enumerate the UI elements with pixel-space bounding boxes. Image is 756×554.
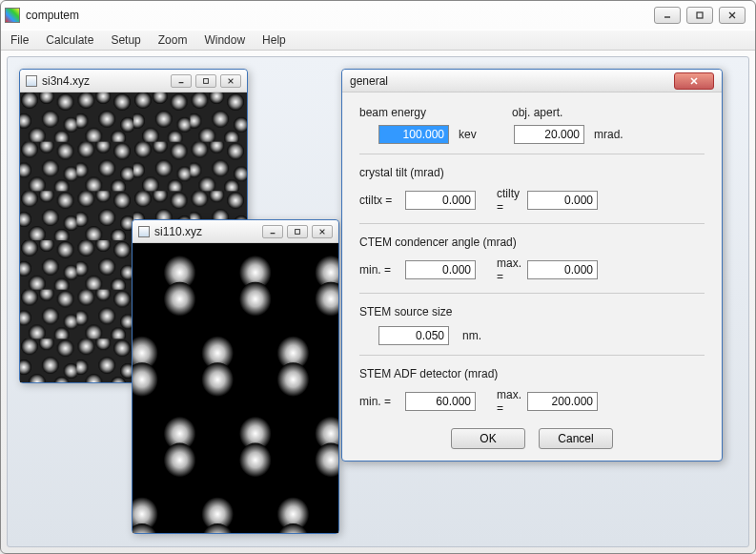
dialog-title: general (350, 74, 388, 88)
menu-file[interactable]: File (10, 33, 29, 47)
general-dialog[interactable]: general beam energy obj. apert. kev mrad… (341, 69, 723, 462)
obj-apert-label: obj. apert. (512, 106, 562, 119)
stem-src-input[interactable] (378, 326, 449, 345)
child-titlebar[interactable]: si3n4.xyz (20, 70, 247, 92)
svg-rect-5 (204, 78, 209, 83)
child-maximize-button[interactable] (195, 74, 216, 88)
dialog-body: beam energy obj. apert. kev mrad. crysta… (342, 92, 722, 461)
menubar: File Calculate Setup Zoom Window Help (1, 30, 755, 51)
beam-energy-input[interactable] (378, 125, 449, 144)
mdi-area: si3n4.xyz (7, 56, 749, 547)
child-maximize-button[interactable] (287, 225, 308, 238)
mrad-label: mrad. (584, 128, 623, 141)
kev-label: kev (449, 128, 491, 141)
ctem-max-input[interactable] (527, 260, 598, 279)
adf-min-label: min. = (359, 395, 405, 408)
child-minimize-button[interactable] (171, 74, 192, 88)
app-title: computem (26, 9, 79, 22)
titlebar: computem (1, 1, 755, 30)
svg-rect-1 (697, 12, 703, 18)
obj-apert-input[interactable] (514, 125, 584, 144)
dialog-titlebar[interactable]: general (342, 70, 722, 92)
child-close-button[interactable] (312, 225, 333, 238)
ctem-label: CTEM condencer angle (mrad) (359, 236, 705, 249)
stem-src-label: STEM source size (359, 305, 705, 318)
child-minimize-button[interactable] (262, 225, 283, 238)
svg-rect-23 (133, 243, 338, 533)
ctem-min-input[interactable] (405, 260, 476, 279)
main-window: computem File Calculate Setup Zoom Windo… (0, 0, 756, 554)
child-close-button[interactable] (220, 74, 241, 88)
window-controls (654, 7, 746, 24)
adf-max-label: max. = (476, 388, 527, 415)
menu-window[interactable]: Window (204, 33, 245, 47)
child-title: si110.xyz (154, 225, 202, 238)
dialog-close-button[interactable] (674, 72, 714, 90)
ctiltx-input[interactable] (405, 191, 476, 210)
maximize-button[interactable] (686, 7, 713, 24)
menu-setup[interactable]: Setup (111, 33, 140, 47)
child-titlebar[interactable]: si110.xyz (133, 220, 338, 243)
close-button[interactable] (719, 7, 746, 24)
svg-rect-20 (296, 229, 300, 234)
app-icon (5, 8, 20, 23)
ctem-min-label: min. = (359, 263, 405, 277)
menu-calculate[interactable]: Calculate (46, 33, 93, 47)
cancel-button[interactable]: Cancel (539, 428, 613, 449)
child-title: si3n4.xyz (42, 74, 90, 88)
crystal-tilt-label: crystal tilt (mrad) (359, 166, 705, 179)
ctem-max-label: max. = (476, 256, 527, 283)
document-icon (26, 75, 37, 87)
simulation-view (133, 243, 338, 533)
ctiltx-label: ctiltx = (359, 194, 405, 207)
minimize-button[interactable] (654, 7, 681, 24)
beam-energy-label: beam energy (359, 106, 512, 119)
ctilty-label: ctilty = (476, 187, 527, 214)
ok-button[interactable]: OK (451, 428, 525, 449)
menu-help[interactable]: Help (262, 33, 286, 47)
adf-min-input[interactable] (405, 392, 476, 411)
adf-max-input[interactable] (527, 392, 598, 411)
ctilty-input[interactable] (527, 191, 598, 210)
child-window-si110[interactable]: si110.xyz (132, 219, 339, 534)
menu-zoom[interactable]: Zoom (158, 33, 188, 47)
nm-label: nm. (449, 329, 481, 342)
document-icon (138, 226, 150, 237)
stem-adf-label: STEM ADF detector (mrad) (359, 367, 705, 380)
